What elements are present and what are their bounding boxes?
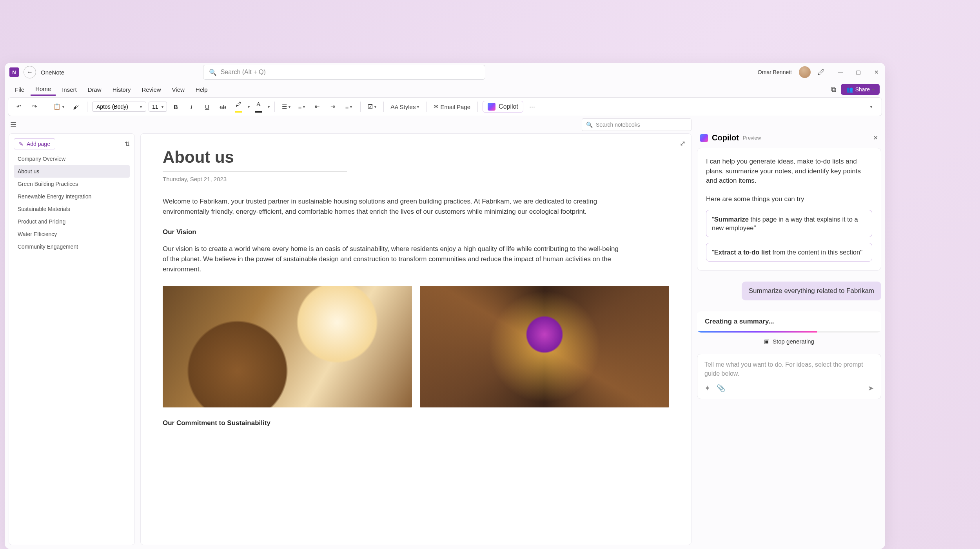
- copilot-suggestion-2[interactable]: "Extract a to-do list from the content i…: [706, 243, 872, 262]
- share-label: Share: [855, 86, 870, 93]
- chevron-down-icon: ▾: [870, 105, 872, 109]
- chevron-down-icon[interactable]: ▾: [268, 105, 270, 109]
- italic-button[interactable]: I: [185, 100, 198, 113]
- align-icon: ≡: [345, 104, 349, 110]
- tab-file[interactable]: File: [10, 84, 29, 95]
- search-icon: 🔍: [586, 122, 593, 128]
- brush-icon: 🖌: [73, 104, 79, 110]
- font-color-button[interactable]: A: [252, 100, 265, 113]
- chevron-down-icon: ▾: [417, 105, 419, 109]
- page-item[interactable]: Product and Pricing: [14, 215, 130, 228]
- tag-button[interactable]: ☑▾: [365, 100, 379, 113]
- pen-icon[interactable]: 🖊: [818, 68, 825, 76]
- page-item[interactable]: Green Building Practices: [14, 178, 130, 190]
- stop-icon: ▣: [764, 338, 769, 345]
- more-button[interactable]: ⋯: [526, 100, 539, 113]
- copilot-intro-text: I can help you generate ideas, make to-d…: [706, 157, 872, 186]
- stop-generating-button[interactable]: ▣ Stop generating: [697, 333, 881, 351]
- bullets-button[interactable]: ☰▾: [279, 100, 293, 113]
- sort-button[interactable]: ⇅: [125, 140, 130, 148]
- page-item[interactable]: Sustainable Materials: [14, 203, 130, 215]
- search-notebooks-input[interactable]: 🔍 Search notebooks: [582, 118, 691, 131]
- chevron-down-icon: ▾: [303, 105, 305, 109]
- undo-button[interactable]: ↶: [12, 100, 25, 113]
- email-page-button[interactable]: ✉ Email Page: [431, 100, 473, 113]
- close-copilot-button[interactable]: ✕: [873, 134, 878, 142]
- minimize-button[interactable]: —: [837, 68, 844, 76]
- creating-label: Creating a summary...: [705, 318, 873, 325]
- commitment-heading[interactable]: Our Commitment to Sustainability: [163, 419, 669, 427]
- nav-toggle-button[interactable]: ☰: [10, 120, 16, 129]
- sparkle-icon[interactable]: ✦: [704, 384, 710, 393]
- user-message: Summarize everything related to Fabrikam: [742, 282, 881, 300]
- page-item[interactable]: Community Engagement: [14, 240, 130, 253]
- format-painter-button[interactable]: 🖌: [69, 100, 82, 113]
- font-color-swatch: [255, 111, 262, 113]
- content-image-1[interactable]: [163, 286, 412, 407]
- redo-button[interactable]: ↷: [28, 100, 41, 113]
- indent-icon: ⇥: [330, 103, 336, 110]
- styles-button[interactable]: Aᴀ Styles ▾: [388, 100, 422, 113]
- sub-toolbar: ☰ 🔍 Search notebooks: [5, 116, 885, 133]
- popout-button[interactable]: ⧉: [831, 85, 836, 94]
- copilot-input[interactable]: Tell me what you want to do. For ideas, …: [697, 354, 881, 399]
- tab-draw[interactable]: Draw: [83, 84, 106, 95]
- bold-button[interactable]: B: [169, 100, 183, 113]
- copilot-ribbon-button[interactable]: Copilot: [483, 101, 523, 113]
- tab-help[interactable]: Help: [191, 84, 212, 95]
- add-page-button[interactable]: ✎ Add page: [14, 138, 55, 149]
- share-button[interactable]: 👥 Share ▾: [841, 84, 880, 95]
- chevron-down-icon: ▾: [350, 105, 352, 109]
- styles-icon: Aᴀ: [391, 103, 398, 110]
- copilot-title: Copilot: [712, 133, 739, 142]
- email-label: Email Page: [440, 104, 470, 110]
- progress-bar: [697, 331, 881, 333]
- page-item[interactable]: About us: [14, 165, 130, 178]
- tab-home[interactable]: Home: [31, 83, 56, 96]
- font-family-select[interactable]: Aptos (Body) ▾: [92, 102, 146, 112]
- underline-button[interactable]: U: [201, 100, 214, 113]
- attach-icon[interactable]: 📎: [717, 384, 725, 393]
- close-window-button[interactable]: ✕: [873, 68, 880, 76]
- tab-view[interactable]: View: [167, 84, 189, 95]
- bullets-icon: ☰: [282, 103, 287, 110]
- tab-insert[interactable]: Insert: [57, 84, 82, 95]
- font-name: Aptos (Body): [96, 104, 128, 110]
- numbering-button[interactable]: ≡▾: [295, 100, 309, 113]
- app-window: N ← OneNote 🔍 Search (Alt + Q) Omar Benn…: [5, 63, 885, 549]
- copilot-icon: [700, 134, 708, 142]
- copilot-suggestion-1[interactable]: "Summarize this page in a way that expla…: [706, 210, 872, 238]
- expand-page-button[interactable]: ⤢: [680, 139, 686, 148]
- vision-paragraph[interactable]: Our vision is to create a world where ev…: [163, 244, 625, 275]
- strikethrough-button[interactable]: ab: [216, 100, 230, 113]
- maximize-button[interactable]: ▢: [855, 68, 862, 76]
- send-button[interactable]: ➤: [868, 384, 874, 393]
- tab-review[interactable]: Review: [137, 84, 165, 95]
- popout-icon: ⧉: [831, 85, 836, 93]
- highlight-button[interactable]: 🖍: [232, 100, 245, 113]
- page-content[interactable]: ⤢ About us Thursday, Sept 21, 2023 Welco…: [140, 133, 691, 545]
- intro-paragraph[interactable]: Welcome to Fabrikam, your trusted partne…: [163, 196, 625, 217]
- vision-heading[interactable]: Our Vision: [163, 228, 669, 236]
- chevron-down-icon[interactable]: ▾: [248, 105, 250, 109]
- indent-button[interactable]: ⇥: [327, 100, 340, 113]
- titlebar: N ← OneNote 🔍 Search (Alt + Q) Omar Benn…: [5, 63, 885, 82]
- chevron-down-icon: ▾: [872, 87, 874, 92]
- tabs-right: ⧉ 👥 Share ▾: [831, 84, 880, 95]
- content-image-2[interactable]: [420, 286, 669, 407]
- tab-history[interactable]: History: [108, 84, 136, 95]
- avatar[interactable]: [799, 66, 811, 78]
- suggestion-bold: Summarize: [714, 216, 749, 223]
- paste-button[interactable]: 📋▾: [51, 100, 67, 113]
- outdent-button[interactable]: ⇤: [311, 100, 324, 113]
- page-item[interactable]: Water Efficiency: [14, 228, 130, 240]
- global-search-input[interactable]: 🔍 Search (Alt + Q): [203, 65, 485, 80]
- copilot-try-label: Here are some things you can try: [706, 195, 872, 204]
- page-title[interactable]: About us: [163, 148, 669, 167]
- font-size-select[interactable]: 11 ▾: [149, 102, 167, 112]
- collapse-ribbon-button[interactable]: ▾: [864, 100, 878, 113]
- align-button[interactable]: ≡▾: [342, 100, 356, 113]
- page-item[interactable]: Renewable Energy Integration: [14, 190, 130, 203]
- back-button[interactable]: ←: [24, 66, 36, 78]
- page-item[interactable]: Company Overview: [14, 153, 130, 165]
